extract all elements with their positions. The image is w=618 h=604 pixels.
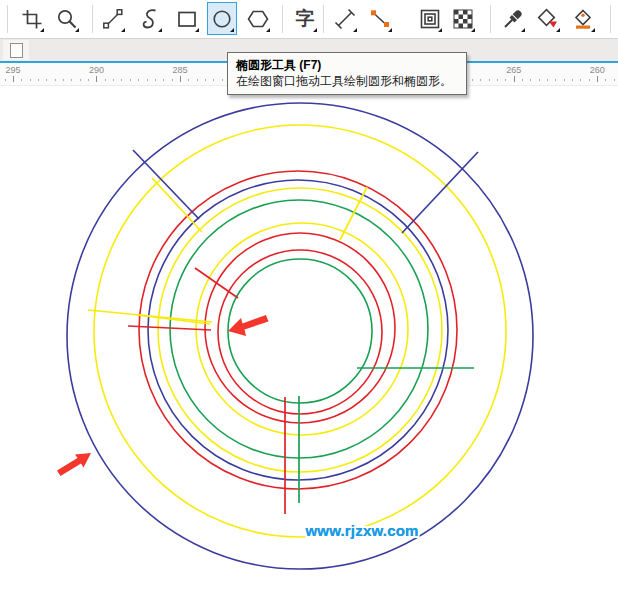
- eyedropper-icon: [502, 8, 524, 30]
- flyout-arrow-icon: [121, 28, 125, 32]
- flyout-arrow-icon: [438, 28, 442, 32]
- smart-fill-tool[interactable]: [533, 2, 563, 35]
- annotation-arrow-bottom-left: [57, 453, 91, 476]
- ruler-tick: [505, 79, 506, 81]
- ruler-tick: [580, 79, 581, 81]
- eyedropper-tool[interactable]: [498, 2, 528, 35]
- dimension-tool[interactable]: [330, 2, 360, 35]
- ruler-tick: [130, 79, 131, 81]
- blue-circle-shape[interactable]: [67, 103, 533, 569]
- main-toolbox: 字: [0, 0, 618, 39]
- ruler-tick: [572, 79, 573, 81]
- freehand-icon: [102, 8, 124, 30]
- toolbar-separator: [282, 5, 283, 33]
- ruler-tick: [113, 79, 114, 81]
- page-icon: [10, 43, 23, 58]
- ruler-tick: [213, 79, 214, 81]
- dimension-icon: [334, 8, 356, 30]
- zoom-icon: [56, 8, 78, 30]
- ruler-tick: [5, 79, 6, 81]
- ruler-tick: [96, 76, 97, 82]
- green-circle-shape[interactable]: [228, 259, 372, 403]
- rectangle-tool[interactable]: [172, 2, 202, 35]
- yellow-line-shape[interactable]: [152, 178, 202, 232]
- ruler-tick: [514, 76, 515, 82]
- contour-tool[interactable]: [415, 2, 445, 35]
- ruler-tick: [80, 79, 81, 81]
- ruler-tick: [489, 79, 490, 81]
- fillbucket-icon: [572, 8, 594, 30]
- crop-icon: [21, 8, 43, 30]
- flyout-arrow-icon: [591, 28, 595, 32]
- ellipse-tool[interactable]: [207, 2, 237, 35]
- ruler-tick: [522, 79, 523, 81]
- flyout-arrow-icon: [556, 28, 560, 32]
- ruler-tick: [180, 76, 181, 82]
- ruler-tick: [38, 79, 39, 81]
- ruler-tick: [497, 79, 498, 81]
- crop-tool[interactable]: [17, 2, 47, 35]
- ruler-label: 295: [5, 65, 20, 75]
- flyout-arrow-icon: [195, 28, 199, 32]
- polygon-tool[interactable]: [243, 2, 273, 35]
- ruler-tick: [539, 79, 540, 81]
- ruler-tick: [188, 79, 189, 81]
- ellipse-icon: [211, 8, 233, 30]
- rectangle-icon: [176, 8, 198, 30]
- flyout-arrow-icon: [388, 28, 392, 32]
- flyout-arrow-icon: [230, 28, 234, 32]
- connector-tool[interactable]: [365, 2, 395, 35]
- connector-icon: [369, 8, 391, 30]
- ruler-tick: [205, 79, 206, 81]
- zoom-tool[interactable]: [52, 2, 82, 35]
- toolbar-separator: [610, 5, 611, 33]
- ruler-tick: [480, 79, 481, 81]
- curve-icon: [139, 8, 161, 30]
- ruler-tick: [46, 79, 47, 81]
- transparency-tool[interactable]: [448, 2, 478, 35]
- text-tool[interactable]: 字: [290, 2, 320, 35]
- flyout-arrow-icon: [471, 28, 475, 32]
- flyout-arrow-icon: [266, 28, 270, 32]
- ruler-tick: [172, 79, 173, 81]
- annotation-arrow-center: [228, 315, 269, 336]
- tooltip-title: 椭圆形工具 (F7): [236, 57, 458, 73]
- smartfill-icon: [537, 8, 559, 30]
- ruler-tick: [13, 76, 14, 82]
- ruler-tick: [589, 79, 590, 81]
- blue-line-shape[interactable]: [402, 152, 478, 233]
- ruler-tick: [88, 79, 89, 81]
- ruler-tick: [530, 79, 531, 81]
- freehand-tool[interactable]: [98, 2, 128, 35]
- ruler-tick: [30, 79, 31, 81]
- ruler-tick: [55, 79, 56, 81]
- polygon-icon: [247, 8, 269, 30]
- ruler-tick: [63, 79, 64, 81]
- ruler-tick: [163, 79, 164, 81]
- ruler-label: 265: [506, 65, 521, 75]
- ruler-tick: [147, 79, 148, 81]
- interactive-fill-tool[interactable]: [568, 2, 598, 35]
- ruler-tick: [21, 79, 22, 81]
- flyout-arrow-icon: [521, 28, 525, 32]
- ruler-tick: [105, 79, 106, 81]
- ruler-tick: [605, 79, 606, 81]
- ruler-tick: [597, 76, 598, 82]
- curve-tool[interactable]: [135, 2, 165, 35]
- ruler-tick: [547, 79, 548, 81]
- ruler-tick: [564, 79, 565, 81]
- ruler-tick: [121, 79, 122, 81]
- flyout-arrow-icon: [75, 28, 79, 32]
- new-page-button[interactable]: [3, 40, 29, 60]
- red-circle-shape[interactable]: [139, 171, 457, 489]
- ruler-tick: [155, 79, 156, 81]
- blue-line-shape[interactable]: [133, 150, 199, 219]
- ruler-tick: [472, 79, 473, 81]
- ruler-tick: [614, 79, 615, 81]
- flyout-arrow-icon: [40, 28, 44, 32]
- ruler-label: 260: [590, 65, 605, 75]
- contour-icon: [419, 8, 441, 30]
- tooltip-description: 在绘图窗口拖动工具绘制圆形和椭圆形。: [236, 73, 458, 89]
- flyout-arrow-icon: [353, 28, 357, 32]
- flyout-arrow-icon: [158, 28, 162, 32]
